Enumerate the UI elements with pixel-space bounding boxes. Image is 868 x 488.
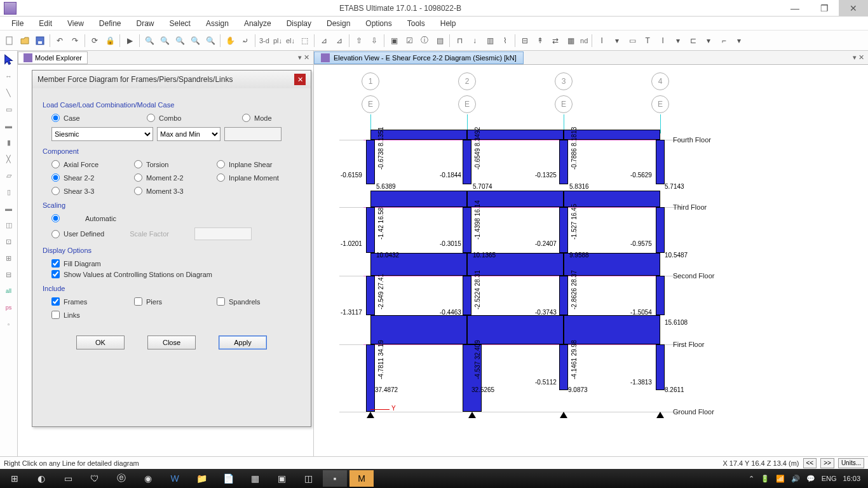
area-icon[interactable]: ▱ <box>3 169 15 182</box>
action-center-icon[interactable]: 💬 <box>806 475 815 483</box>
security-icon[interactable]: 🛡 <box>83 470 107 487</box>
check-piers[interactable] <box>134 297 142 306</box>
beam-1-2[interactable] <box>467 315 564 344</box>
grid-icon[interactable]: ▦ <box>564 34 578 48</box>
cortana-icon[interactable]: ◐ <box>29 470 53 487</box>
menu-file[interactable]: File <box>4 18 31 29</box>
all-label[interactable]: all <box>3 285 15 297</box>
matlab-icon[interactable]: M <box>349 470 374 487</box>
view2-icon[interactable]: ⊿ <box>332 34 346 48</box>
menu-select[interactable]: Select <box>162 18 198 29</box>
edge-icon[interactable]: ⓔ <box>109 470 133 487</box>
menu-assign[interactable]: Assign <box>198 18 236 29</box>
brace-icon[interactable]: ╳ <box>3 152 15 165</box>
radio-shear22[interactable] <box>51 173 60 182</box>
info-icon[interactable]: ⓘ <box>417 34 431 48</box>
radio-torsion[interactable] <box>134 160 142 168</box>
case-select[interactable]: Siesmic <box>51 127 153 141</box>
check-fill[interactable] <box>51 259 60 268</box>
menu-display[interactable]: Display <box>279 18 319 29</box>
slab-icon[interactable]: ▬ <box>3 202 15 215</box>
battery-icon[interactable]: 🔋 <box>761 475 770 483</box>
col-1-f3[interactable] <box>366 207 375 253</box>
wifi-icon[interactable]: 📶 <box>776 475 785 483</box>
menu-edit[interactable]: Edit <box>31 18 60 29</box>
nd-label[interactable]: nd <box>579 37 589 44</box>
lock-icon[interactable]: 🔒 <box>103 34 117 48</box>
volume-icon[interactable]: 🔊 <box>791 475 800 483</box>
col-icon[interactable]: ▮ <box>3 136 15 149</box>
pin-icon[interactable]: ▾ ✕ <box>294 53 313 62</box>
next-button[interactable]: >> <box>820 458 834 468</box>
pdf-icon[interactable]: 📄 <box>216 470 240 487</box>
col-3-f2[interactable] <box>559 276 568 315</box>
tab-model-explorer[interactable]: Model Explorer <box>18 51 88 64</box>
line-icon[interactable]: ╲ <box>3 86 15 99</box>
pointer-icon[interactable] <box>3 53 15 66</box>
arrow-up-icon[interactable]: ↟ <box>533 34 547 48</box>
start-icon[interactable]: ⊞ <box>3 470 27 487</box>
pan-icon[interactable]: ✋ <box>223 34 237 48</box>
pl-label[interactable]: pl↓ <box>272 37 283 44</box>
col-4-f3[interactable] <box>656 207 665 253</box>
snap3-icon[interactable]: ⊟ <box>3 268 15 281</box>
close-button[interactable]: Close <box>147 336 196 349</box>
zoom-extents-icon[interactable]: 🔍 <box>158 34 172 48</box>
undo-icon[interactable]: ↶ <box>53 34 67 48</box>
col-2-f4[interactable] <box>463 140 471 184</box>
deform-icon[interactable]: ⌇ <box>498 34 512 48</box>
rect-draw-icon[interactable]: ▭ <box>3 103 15 116</box>
menu-analyze[interactable]: Analyze <box>236 18 279 29</box>
menu-define[interactable]: Define <box>92 18 129 29</box>
col-3-f1[interactable] <box>559 344 568 390</box>
reshape-icon[interactable]: ↔ <box>3 70 15 83</box>
beam-1-1[interactable] <box>370 315 467 344</box>
col-2-f2[interactable] <box>463 276 471 315</box>
quick-icon[interactable]: ◫ <box>3 219 15 231</box>
units-button[interactable]: Units... <box>838 458 864 468</box>
etabs-taskbar-icon[interactable]: ▪ <box>323 470 347 487</box>
radio-auto-scale[interactable] <box>51 214 60 222</box>
check-links[interactable] <box>51 311 60 319</box>
zoom-in-icon[interactable]: 🔍 <box>188 34 202 48</box>
sec-dd-icon[interactable]: ▾ <box>610 34 624 48</box>
obj-icon[interactable]: ▣ <box>387 34 401 48</box>
beam-3-2[interactable] <box>467 191 564 207</box>
csec-icon[interactable]: ⊏ <box>686 34 700 48</box>
menu-draw[interactable]: Draw <box>129 18 162 29</box>
app2-icon[interactable]: ▣ <box>269 470 294 487</box>
minmax-select[interactable]: Max and Min <box>157 127 220 141</box>
up-icon[interactable]: ⇧ <box>352 34 366 48</box>
col-1-f2[interactable] <box>366 276 375 315</box>
lsec-icon[interactable]: ⌐ <box>717 34 731 48</box>
chrome-icon[interactable]: ◉ <box>136 470 160 487</box>
col-2-f3[interactable] <box>463 207 471 253</box>
snap1-icon[interactable]: ⊡ <box>3 235 15 248</box>
open-icon[interactable] <box>18 34 32 48</box>
run-icon[interactable]: ▶ <box>123 34 137 48</box>
perspective-icon[interactable]: ⬚ <box>297 34 311 48</box>
col-3-f4[interactable] <box>559 140 568 184</box>
beam-4-2[interactable] <box>467 130 564 140</box>
check-values[interactable] <box>51 270 60 278</box>
app3-icon[interactable]: ◫ <box>296 470 320 487</box>
menu-options[interactable]: Options <box>358 18 399 29</box>
radio-moment33[interactable] <box>134 187 142 195</box>
tsec-icon[interactable]: T <box>641 34 654 48</box>
col-1-f4[interactable] <box>366 140 375 184</box>
load-icon[interactable]: ↓ <box>468 34 482 48</box>
scale-factor-input[interactable] <box>194 227 252 240</box>
ps-label[interactable]: ps <box>3 301 15 314</box>
redo-icon[interactable]: ↷ <box>68 34 82 48</box>
menu-tools[interactable]: Tools <box>400 18 433 29</box>
zoom-prev-icon[interactable]: 🔍 <box>173 34 187 48</box>
refresh-icon[interactable]: ⟳ <box>88 34 102 48</box>
word-icon[interactable]: W <box>163 470 187 487</box>
prop-icon[interactable]: ▤ <box>433 34 447 48</box>
clock-label[interactable]: 16:03 <box>843 475 860 482</box>
lang-label[interactable]: ENG <box>822 475 837 482</box>
col-4-f2[interactable] <box>656 276 665 315</box>
view-pin-icon[interactable]: ▾ ✕ <box>849 53 868 62</box>
menu-design[interactable]: Design <box>319 18 358 29</box>
isec-icon[interactable]: I <box>595 34 609 48</box>
